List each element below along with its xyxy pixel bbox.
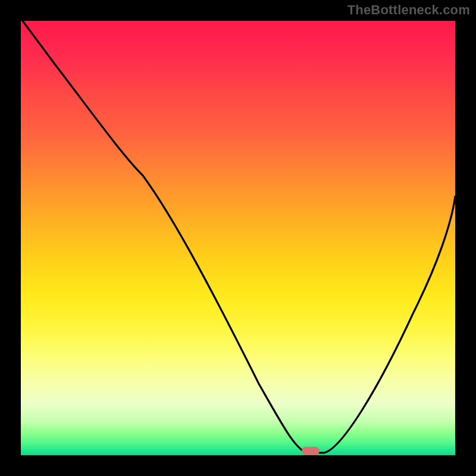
curve-svg (21, 21, 455, 455)
valley-marker (302, 447, 320, 455)
bottleneck-curve (23, 21, 455, 453)
chart-frame: TheBottleneck.com (0, 0, 476, 476)
plot-area (21, 21, 455, 455)
watermark-text: TheBottleneck.com (347, 2, 470, 18)
